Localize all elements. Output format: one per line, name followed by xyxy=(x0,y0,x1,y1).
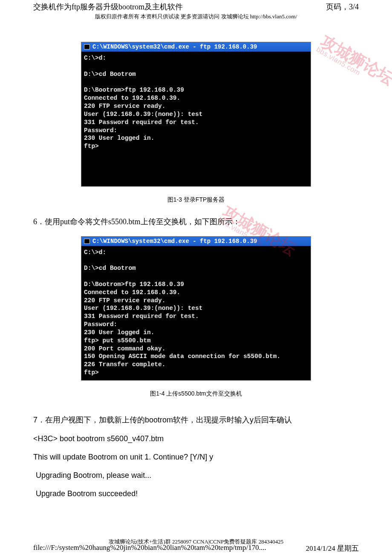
terminal-screenshot-1: C:\WINDOWS\system32\cmd.exe - ftp 192.16… xyxy=(81,42,311,187)
figure-caption-1-3: 图1-3 登录FTP服务器 xyxy=(33,196,359,204)
step-6: 6．使用put命令将文件s5500.btm上传至交换机，如下图所示： xyxy=(33,217,359,227)
h3c-command: <H3C> boot bootrom s5600_v407.btm xyxy=(33,434,359,443)
main-content: C:\WINDOWS\system32\cmd.exe - ftp 192.16… xyxy=(0,42,392,498)
terminal-title: C:\WINDOWS\system32\cmd.exe - ftp 192.16… xyxy=(92,238,257,245)
terminal-screenshot-2: C:\WINDOWS\system32\cmd.exe - ftp 192.16… xyxy=(81,236,311,381)
copyright-line: 版权归原作者所有 本资料只供试读 更多资源请访问 攻城狮论坛 http://bb… xyxy=(0,13,392,20)
footer-bar: file:///F:/system%20haung%20jin%20bian%2… xyxy=(33,543,359,553)
footer-file-path: file:///F:/system%20haung%20jin%20bian%2… xyxy=(33,543,266,553)
terminal-output: C:\>d: D:\>cd Bootrom D:\Bootrom>ftp 192… xyxy=(81,246,311,381)
upgrade-done-msg: Upgrade Bootrom succeeded! xyxy=(33,489,359,498)
page-header: 交换机作为ftp服务器升级bootrom及主机软件 页码，3/4 xyxy=(0,0,392,12)
step-7: 7．在用户视图下，加载新上传的bootrom软件，出现提示时输入y后回车确认 xyxy=(33,415,359,425)
terminal-title: C:\WINDOWS\system32\cmd.exe - ftp 192.16… xyxy=(92,43,257,50)
terminal-output: C:\>d: D:\>cd Bootrom D:\Bootrom>ftp 192… xyxy=(81,52,311,186)
terminal-titlebar: C:\WINDOWS\system32\cmd.exe - ftp 192.16… xyxy=(81,42,311,52)
terminal-titlebar: C:\WINDOWS\system32\cmd.exe - ftp 192.16… xyxy=(81,237,311,246)
page-number: 页码，3/4 xyxy=(326,2,359,12)
figure-caption-1-4: 图1-4 上传s5500.btm文件至交换机 xyxy=(33,390,359,398)
footer-date: 2014/1/24 星期五 xyxy=(306,543,359,553)
upgrade-wait-msg: Upgrading Bootrom, please wait... xyxy=(33,471,359,480)
confirm-prompt: This will update Bootrom on unit 1. Cont… xyxy=(33,453,359,462)
cmd-icon xyxy=(84,44,90,49)
doc-title: 交换机作为ftp服务器升级bootrom及主机软件 xyxy=(33,2,183,12)
cmd-icon xyxy=(84,239,90,244)
